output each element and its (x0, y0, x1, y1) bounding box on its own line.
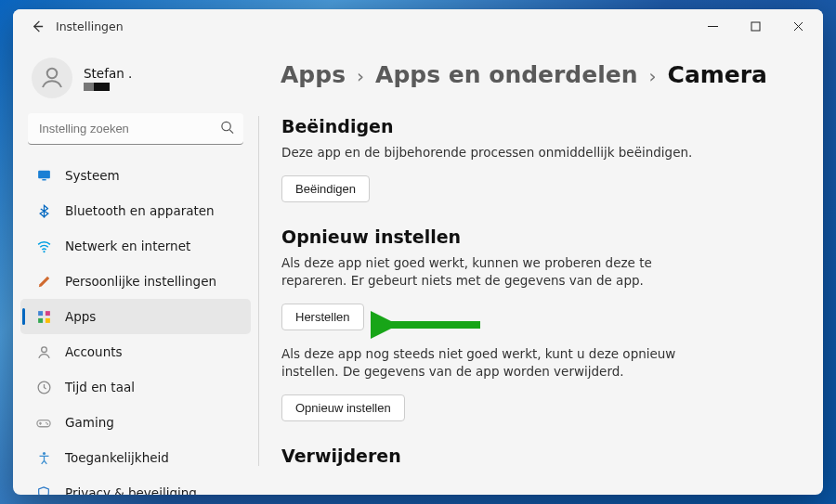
gaming-icon (35, 414, 52, 431)
sidebar-item-label: Bluetooth en apparaten (65, 203, 215, 218)
terminate-button[interactable]: Beëindigen (281, 175, 370, 202)
sidebar-item-shield[interactable]: Privacy & beveiliging (20, 475, 251, 495)
section-desc-terminate: Deze app en de bijbehorende processen on… (281, 144, 718, 162)
sidebar-item-label: Netwerk en internet (65, 239, 190, 253)
section-heading-terminate: Beëindigen (281, 116, 797, 136)
minimize-button[interactable] (691, 11, 734, 41)
sidebar-item-clock[interactable]: Tijd en taal (20, 369, 251, 405)
wifi-icon (35, 238, 52, 254)
sidebar-item-label: Toegankelijkheid (65, 450, 169, 465)
sidebar-item-label: Privacy & beveiliging (65, 485, 197, 495)
settings-window: Instellingen Stefan . (13, 9, 823, 495)
titlebar: Instellingen (13, 9, 823, 43)
chevron-right-icon: › (357, 65, 364, 87)
chevron-right-icon: › (649, 65, 657, 87)
search-input[interactable] (28, 113, 243, 145)
minimize-icon (708, 21, 718, 32)
sidebar-item-gaming[interactable]: Gaming (20, 405, 251, 440)
sidebar-item-apps[interactable]: Apps (20, 299, 251, 334)
svg-rect-9 (45, 317, 49, 322)
maximize-button[interactable] (734, 11, 777, 41)
svg-point-1 (47, 69, 58, 79)
sidebar-item-label: Systeem (65, 168, 120, 183)
back-button[interactable] (24, 13, 50, 39)
sidebar-item-label: Accounts (65, 344, 123, 359)
arrow-left-icon (31, 19, 45, 33)
clock-icon (35, 379, 52, 395)
maximize-icon (751, 21, 761, 32)
sections-container: Beëindigen Deze app en de bijbehorende p… (258, 116, 797, 466)
bluetooth-icon (35, 202, 52, 219)
brush-icon (35, 273, 52, 290)
svg-rect-8 (38, 317, 43, 322)
shield-icon (35, 485, 52, 495)
sidebar-nav: SysteemBluetooth en apparatenNetwerk en … (20, 158, 251, 495)
sidebar-item-bluetooth[interactable]: Bluetooth en apparaten (20, 193, 251, 228)
close-icon (793, 21, 803, 32)
section-uninstall: Verwijderen (281, 446, 797, 466)
section-terminate: Beëindigen Deze app en de bijbehorende p… (281, 116, 797, 202)
sidebar-item-wifi[interactable]: Netwerk en internet (20, 228, 251, 264)
svg-rect-6 (38, 311, 43, 316)
sidebar-item-label: Persoonlijke instellingen (65, 274, 216, 289)
svg-point-10 (41, 346, 46, 352)
profile-name: Stefan . (84, 66, 132, 81)
reset-button[interactable]: Opnieuw instellen (281, 394, 405, 421)
window-title: Instellingen (56, 19, 124, 33)
sidebar-item-brush[interactable]: Persoonlijke instellingen (20, 264, 251, 299)
breadcrumb-apps-features[interactable]: Apps en onderdelen (375, 61, 638, 88)
breadcrumb-apps[interactable]: Apps (281, 61, 346, 88)
close-button[interactable] (777, 11, 819, 41)
sidebar-item-access[interactable]: Toegankelijkheid (20, 440, 251, 475)
breadcrumb: Apps › Apps en onderdelen › Camera (281, 61, 797, 88)
section-heading-uninstall: Verwijderen (281, 446, 797, 466)
content-area: Stefan . SysteemBluetooth en apparatenNe… (13, 43, 823, 495)
avatar (32, 58, 72, 98)
account-icon (35, 343, 52, 360)
sidebar-item-label: Gaming (65, 415, 114, 430)
svg-point-2 (222, 122, 230, 130)
monitor-icon (35, 167, 52, 184)
svg-point-15 (42, 451, 45, 454)
annotation-arrow-icon (371, 306, 482, 343)
person-icon (38, 64, 66, 92)
sidebar: Stefan . SysteemBluetooth en apparatenNe… (13, 43, 258, 495)
sidebar-item-label: Tijd en taal (65, 380, 135, 394)
repair-button[interactable]: Herstellen (281, 304, 364, 330)
section-reset: Opnieuw instellen Als deze app niet goed… (281, 226, 797, 421)
profile-block[interactable]: Stefan . (20, 50, 251, 108)
svg-rect-4 (42, 179, 46, 180)
svg-rect-3 (38, 170, 50, 178)
main-content: Apps › Apps en onderdelen › Camera Beëin… (258, 43, 823, 495)
section-heading-reset: Opnieuw instellen (281, 226, 797, 247)
sidebar-item-monitor[interactable]: Systeem (20, 158, 251, 193)
search-container (28, 113, 243, 145)
sidebar-item-account[interactable]: Accounts (20, 334, 251, 369)
section-desc-repair: Als deze app niet goed werkt, kunnen we … (281, 254, 718, 291)
apps-icon (35, 308, 52, 325)
section-desc-reset: Als deze app nog steeds niet goed werkt,… (281, 345, 718, 381)
svg-point-5 (43, 251, 45, 252)
profile-text: Stefan . (84, 66, 132, 91)
window-controls (691, 11, 819, 41)
svg-point-13 (46, 421, 47, 423)
sidebar-item-label: Apps (65, 309, 96, 324)
search-icon (220, 121, 234, 138)
svg-point-14 (46, 423, 48, 425)
access-icon (35, 449, 52, 466)
svg-rect-7 (45, 311, 49, 316)
profile-email-redacted (84, 83, 110, 91)
breadcrumb-current: Camera (668, 61, 767, 88)
svg-rect-0 (751, 22, 760, 31)
